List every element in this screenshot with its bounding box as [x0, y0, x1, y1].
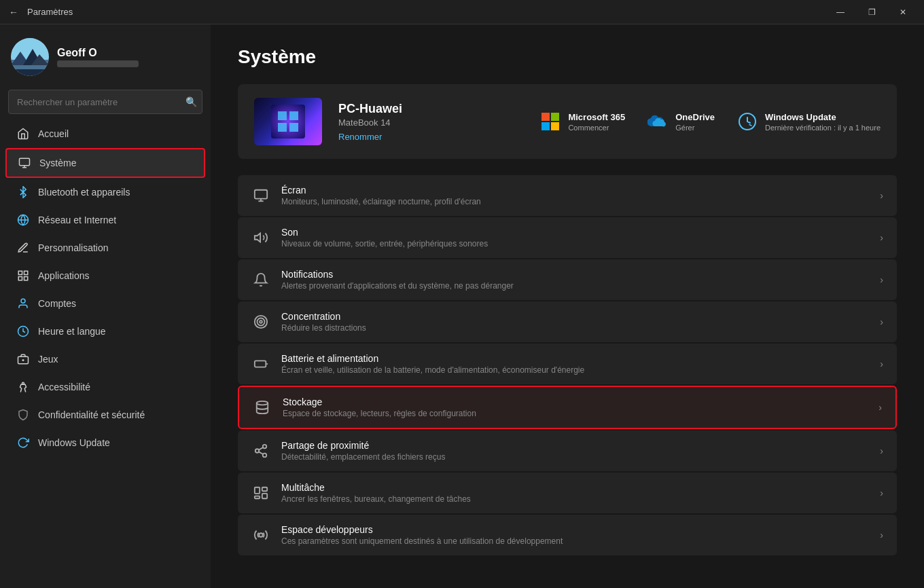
svg-point-16: [21, 299, 25, 303]
quick-link-sub-onedrive: Gérer: [675, 124, 715, 132]
partage-chevron: ›: [880, 445, 883, 456]
svg-rect-13: [24, 271, 28, 274]
sidebar-item-label-accueil: Accueil: [38, 128, 69, 139]
sidebar-item-label-heure: Heure et langue: [38, 326, 106, 337]
svg-rect-14: [24, 277, 28, 280]
partage-title: Partage de proximité: [281, 440, 869, 451]
batterie-content: Batterie et alimentation Écran et veille…: [281, 353, 869, 375]
svg-rect-25: [278, 123, 287, 132]
ecran-icon: [251, 186, 270, 205]
main-content: Système: [211, 24, 924, 588]
titlebar: ← Paramètres — ❐ ✕: [0, 0, 924, 24]
quick-link-microsoft365[interactable]: Microsoft 365 Commencer: [539, 111, 625, 132]
search-icon[interactable]: 🔍: [185, 96, 197, 107]
son-chevron: ›: [880, 232, 883, 243]
partage-content: Partage de proximité Détectabilité, empl…: [281, 440, 869, 462]
svg-rect-32: [255, 190, 267, 199]
sidebar-item-confidentialite[interactable]: Confidentialité et sécurité: [5, 401, 205, 428]
quick-link-onedrive-text: OneDrive Gérer: [675, 112, 715, 132]
svg-rect-23: [278, 111, 287, 120]
notifications-icon: [251, 270, 270, 289]
son-content: Son Niveaux de volume, sortie, entrée, p…: [281, 227, 869, 249]
page-title: Système: [238, 46, 897, 68]
quick-link-label-ms365: Microsoft 365: [568, 112, 625, 122]
onedrive-icon: [647, 111, 669, 132]
settings-item-son[interactable]: Son Niveaux de volume, sortie, entrée, p…: [238, 217, 897, 258]
quick-link-onedrive[interactable]: OneDrive Gérer: [647, 111, 715, 132]
settings-item-multitache[interactable]: Multitâche Ancrer les fenêtres, bureaux,…: [238, 473, 897, 513]
sidebar-item-reseau[interactable]: Réseau et Internet: [5, 206, 205, 234]
son-title: Son: [281, 227, 869, 238]
svg-marker-35: [255, 234, 260, 242]
svg-rect-7: [20, 158, 30, 166]
sidebar-item-label-personnalisation: Personnalisation: [38, 242, 109, 253]
sidebar-item-jeux[interactable]: Jeux: [5, 346, 205, 373]
sidebar-item-label-windows-update: Windows Update: [38, 437, 110, 448]
sidebar-search[interactable]: 🔍: [8, 90, 202, 114]
svg-point-42: [263, 445, 267, 449]
svg-rect-22: [271, 105, 305, 139]
sidebar-item-systeme[interactable]: Système: [5, 148, 205, 178]
quick-link-windows-update-text: Windows Update Dernière vérification : i…: [765, 112, 881, 132]
pc-rename-link[interactable]: Renommer: [338, 132, 523, 142]
quick-links: Microsoft 365 Commencer OneDrive Gére: [539, 111, 881, 132]
sidebar-item-applications[interactable]: Applications: [5, 262, 205, 289]
quick-link-microsoft365-text: Microsoft 365 Commencer: [568, 112, 625, 132]
search-input[interactable]: [8, 90, 202, 114]
settings-item-concentration[interactable]: Concentration Réduire les distractions ›: [238, 301, 897, 342]
settings-item-batterie[interactable]: Batterie et alimentation Écran et veille…: [238, 344, 897, 384]
user-profile[interactable]: Geoff O: [0, 24, 211, 87]
multitache-icon: [251, 483, 270, 502]
batterie-chevron: ›: [880, 359, 883, 369]
svg-rect-39: [255, 361, 266, 367]
sidebar-item-personnalisation[interactable]: Personnalisation: [5, 234, 205, 261]
svg-rect-50: [255, 496, 260, 499]
settings-item-notifications[interactable]: Notifications Alertes provenant d'applic…: [238, 259, 897, 300]
quick-link-sub-ms365: Commencer: [568, 124, 625, 132]
svg-rect-15: [18, 277, 22, 280]
settings-item-ecran[interactable]: Écran Moniteurs, luminosité, éclairage n…: [238, 175, 897, 216]
quick-link-windows-update[interactable]: Windows Update Dernière vérification : i…: [736, 111, 881, 132]
accessibility-icon: [16, 380, 30, 394]
maximize-button[interactable]: ❐: [856, 1, 887, 23]
games-icon: [16, 352, 30, 366]
sidebar-item-label-applications: Applications: [38, 270, 90, 281]
home-icon: [16, 127, 30, 141]
son-desc: Niveaux de volume, sortie, entrée, périp…: [281, 239, 869, 249]
minimize-button[interactable]: —: [825, 1, 856, 23]
sidebar-item-comptes[interactable]: Comptes: [5, 290, 205, 317]
personalization-icon: [16, 241, 30, 255]
svg-point-51: [259, 533, 263, 537]
titlebar-title: Paramètres: [27, 7, 73, 17]
concentration-chevron: ›: [880, 316, 883, 327]
sidebar: Geoff O 🔍 Accueil Système: [0, 24, 211, 588]
microsoft365-icon: [539, 111, 561, 132]
settings-item-partage[interactable]: Partage de proximité Détectabilité, empl…: [238, 430, 897, 471]
sidebar-item-accueil[interactable]: Accueil: [5, 120, 205, 147]
settings-item-stockage[interactable]: Stockage Espace de stockage, lecteurs, r…: [238, 386, 897, 429]
pc-card: PC-Huawei MateBook 14 Renommer: [238, 84, 897, 159]
network-icon: [16, 213, 30, 227]
sidebar-item-bluetooth[interactable]: Bluetooth et appareils: [5, 179, 205, 206]
stockage-title: Stockage: [283, 397, 868, 407]
svg-line-46: [259, 447, 263, 450]
quick-link-sub-winupdate: Dernière vérification : il y a 1 heure: [765, 124, 881, 132]
espace-dev-desc: Ces paramètres sont uniquement destinés …: [281, 536, 869, 546]
svg-rect-48: [262, 488, 267, 492]
sidebar-item-accessibilite[interactable]: Accessibilité: [5, 373, 205, 401]
svg-point-37: [257, 318, 265, 326]
sidebar-item-heure[interactable]: Heure et langue: [5, 318, 205, 345]
settings-item-espace-dev[interactable]: Espace développeurs Ces paramètres sont …: [238, 515, 897, 555]
svg-point-44: [263, 454, 267, 458]
back-button[interactable]: ←: [5, 4, 22, 20]
app-body: Geoff O 🔍 Accueil Système: [0, 24, 924, 588]
user-name: Geoff O: [57, 47, 139, 59]
quick-link-label-onedrive: OneDrive: [675, 112, 715, 122]
sidebar-item-label-bluetooth: Bluetooth et appareils: [38, 187, 130, 198]
close-button[interactable]: ✕: [887, 1, 919, 23]
user-info: Geoff O: [57, 47, 139, 67]
batterie-title: Batterie et alimentation: [281, 353, 869, 364]
ecran-content: Écran Moniteurs, luminosité, éclairage n…: [281, 185, 869, 206]
sidebar-item-label-accessibilite: Accessibilité: [38, 382, 90, 392]
sidebar-item-windows-update[interactable]: Windows Update: [5, 429, 205, 456]
